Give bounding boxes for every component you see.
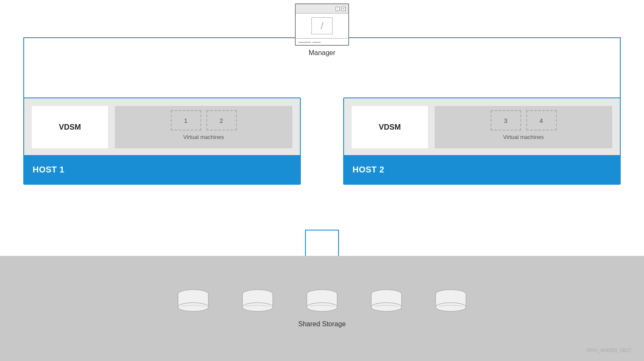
storage-connector-left [305, 230, 306, 256]
svg-point-14 [307, 303, 337, 311]
watermark: RHV_454569_0817 [587, 347, 631, 353]
host2-content-row: VDSM 3 4 Virtual machines [352, 106, 612, 148]
disk-3-icon [303, 289, 341, 314]
manager-titlebar: – × [296, 4, 348, 14]
host2-footer: HOST 2 [344, 155, 620, 184]
manager-label: Manager [308, 49, 335, 57]
manager-slash-icon [311, 17, 333, 34]
minimize-btn: – [336, 7, 340, 11]
host2-box: VDSM 3 4 Virtual machines HOST 2 [343, 97, 621, 185]
host1-vms-section: 1 2 Virtual machines [115, 106, 292, 148]
close-btn: × [341, 7, 346, 11]
manager-footer [296, 38, 348, 46]
disk-5-icon [432, 289, 470, 314]
host1-box: VDSM 1 2 Virtual machines HOST 1 [23, 97, 301, 185]
storage-label: Shared Storage [298, 320, 346, 328]
manager-window: – × [295, 3, 349, 46]
host2-vdsm: VDSM [352, 106, 428, 148]
host2-vm4: 4 [526, 110, 557, 131]
host1-vm2: 2 [206, 110, 237, 131]
disk-1 [174, 289, 212, 314]
host2-vm-label: Virtual machines [503, 134, 544, 140]
host2-vms-section: 3 4 Virtual machines [435, 106, 612, 148]
host2-vm-boxes: 3 4 [491, 110, 557, 131]
host1-vdsm: VDSM [32, 106, 108, 148]
host1-vm-label: Virtual machines [183, 134, 224, 140]
host2-label: HOST 2 [353, 165, 384, 175]
svg-point-24 [436, 303, 466, 311]
disk-2 [239, 289, 277, 314]
host2-inner: VDSM 3 4 Virtual machines [344, 98, 620, 148]
host2-vm3: 3 [491, 110, 521, 131]
disk-3-center [303, 289, 341, 314]
hosts-row: VDSM 1 2 Virtual machines HOST 1 [23, 97, 621, 185]
storage-connector-right [338, 230, 339, 256]
footer-line2 [312, 42, 321, 43]
manager-section: – × Manager [295, 3, 349, 57]
storage-disks-row [174, 289, 470, 314]
storage-connector-bridge [305, 230, 339, 230]
disk-4-icon [367, 289, 405, 314]
storage-section: Shared Storage [0, 256, 644, 361]
diagram-container: – × Manager VDSM 1 2 [0, 0, 644, 361]
disk-2-icon [239, 289, 277, 314]
disk-4 [367, 289, 405, 314]
disk-5 [432, 289, 470, 314]
svg-point-4 [178, 303, 208, 311]
host1-inner: VDSM 1 2 Virtual machines [24, 98, 300, 148]
host1-content-row: VDSM 1 2 Virtual machines [32, 106, 292, 148]
host1-vm-boxes: 1 2 [171, 110, 237, 131]
manager-content [296, 14, 348, 38]
host1-footer: HOST 1 [24, 155, 300, 184]
disk-1-icon [174, 289, 212, 314]
host1-label: HOST 1 [33, 165, 64, 175]
host1-vm1: 1 [171, 110, 201, 131]
svg-point-9 [242, 303, 273, 311]
footer-line1 [298, 42, 311, 43]
svg-point-19 [371, 303, 402, 311]
